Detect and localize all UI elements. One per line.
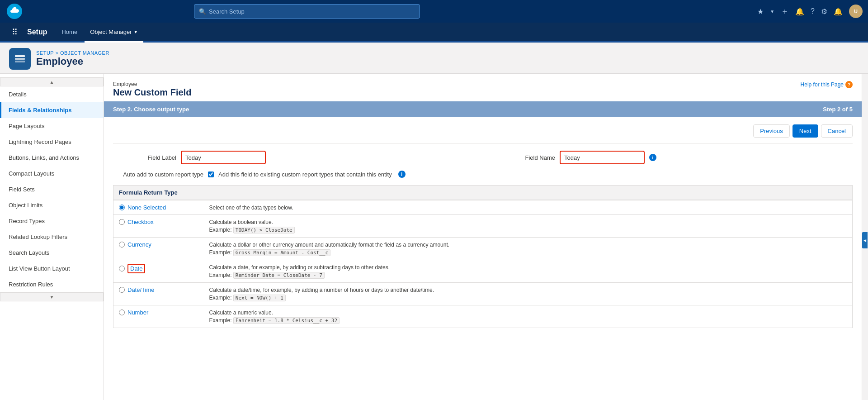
sidebar-item-related-lookup[interactable]: Related Lookup Filters (0, 229, 104, 245)
salesforce-logo[interactable] (5, 2, 24, 20)
collapse-tab[interactable]: ◀ (862, 232, 868, 248)
number-example: Fahrenheit = 1.8 * Celsius__c + 32 (233, 317, 340, 324)
formula-row-currency: Currency Calculate a dollar or other cur… (113, 238, 853, 260)
formula-row-number: Number Calculate a numeric value. Exampl… (113, 305, 853, 328)
dropdown-chevron-icon: ▼ (134, 30, 138, 34)
cancel-button[interactable]: Cancel (821, 124, 853, 138)
step-banner-right: Step 2 of 5 (823, 106, 853, 113)
radio-label-number[interactable]: Number (119, 309, 198, 316)
form-header: Employee New Custom Field Help for this … (104, 74, 862, 101)
field-label-input[interactable] (181, 151, 266, 164)
number-example-label: Example: (209, 317, 233, 324)
field-name-info-icon[interactable]: i (649, 154, 656, 161)
radio-checkbox[interactable] (119, 219, 125, 225)
auto-add-checkbox[interactable] (208, 171, 214, 177)
top-navigation: 🔍 Search Setup ★ ▼ ＋ 🔔 ? ⚙ 🔔 U (0, 0, 868, 23)
sidebar: ▲ Details Fields & Relationships Page La… (0, 74, 104, 400)
step-banner-left: Step 2. Choose output type (113, 106, 189, 113)
bell-icon[interactable]: 🔔 (834, 7, 843, 16)
breadcrumb-object-manager[interactable]: OBJECT MANAGER (60, 50, 109, 56)
sidebar-item-fields[interactable]: Fields & Relationships (0, 102, 104, 118)
object-icon (9, 48, 31, 70)
breadcrumb-setup[interactable]: SETUP (36, 50, 54, 56)
form-object-name: Employee (113, 81, 191, 87)
nav-home[interactable]: Home (56, 23, 83, 43)
action-bar: Previous Next Cancel (113, 124, 853, 143)
datetime-example-label: Example: (209, 295, 233, 301)
secondary-navigation: ⠿ Setup Home Object Manager ▼ (0, 23, 868, 43)
form-area-wrapper: Employee New Custom Field Help for this … (104, 74, 868, 400)
app-launcher-icon[interactable]: ⠿ (7, 25, 22, 39)
checkbox-desc: Calculate a boolean value. (209, 219, 273, 225)
date-example-label: Example: (209, 272, 233, 278)
auto-add-info-icon[interactable]: i (398, 171, 406, 178)
datetime-desc: Calculate a date/time, for example, by a… (209, 287, 434, 293)
favorites-icon[interactable]: ★ (757, 7, 764, 16)
help-circle-icon: ? (845, 81, 853, 88)
auto-add-row: Auto add to custom report type Add this … (113, 171, 853, 178)
content-area: Employee New Custom Field Help for this … (104, 74, 862, 400)
formula-row-date: Date Calculate a date, for example, by a… (113, 260, 853, 283)
field-name-group: Field Name i (492, 151, 853, 164)
field-name-text: Field Name (492, 154, 555, 161)
date-example: Reminder Date = CloseDate - 7 (233, 272, 325, 279)
formula-row-checkbox: Checkbox Calculate a boolean value. Exam… (113, 215, 853, 238)
currency-example: Gross Margin = Amount - Cost__c (233, 249, 330, 256)
radio-none[interactable] (119, 205, 125, 210)
svg-rect-2 (15, 58, 25, 60)
sidebar-item-field-sets[interactable]: Field Sets (0, 181, 104, 197)
sidebar-item-lightning-pages[interactable]: Lightning Record Pages (0, 134, 104, 150)
svg-rect-1 (15, 55, 25, 57)
notifications-icon[interactable]: 🔔 (795, 7, 804, 16)
sidebar-item-search-layouts[interactable]: Search Layouts (0, 245, 104, 261)
sidebar-item-page-layouts[interactable]: Page Layouts (0, 118, 104, 134)
radio-datetime[interactable] (119, 287, 125, 293)
radio-label-none[interactable]: None Selected (119, 204, 198, 211)
none-desc: Select one of the data types below. (209, 205, 293, 211)
breadcrumb-text: SETUP > OBJECT MANAGER Employee (36, 50, 109, 67)
number-desc: Calculate a numeric value. (209, 310, 273, 316)
svg-rect-3 (15, 61, 25, 62)
sidebar-scroll-up[interactable]: ▲ (0, 77, 104, 86)
page-title: Employee (36, 56, 109, 67)
currency-desc: Calculate a dollar or other currency amo… (209, 242, 450, 248)
radio-number[interactable] (119, 310, 125, 315)
radio-currency[interactable] (119, 242, 125, 248)
previous-button[interactable]: Previous (753, 124, 790, 138)
help-icon[interactable]: ? (811, 7, 815, 15)
help-link[interactable]: Help for this Page ? (801, 81, 853, 88)
sidebar-item-record-types[interactable]: Record Types (0, 213, 104, 229)
field-label-text: Field Label (113, 154, 176, 161)
sidebar-item-buttons-links[interactable]: Buttons, Links, and Actions (0, 150, 104, 166)
favorites-dropdown-icon[interactable]: ▼ (770, 9, 774, 14)
checkbox-example: TODAY() > CloseDate (233, 227, 295, 233)
datetime-example: Next = NOW() + 1 (233, 295, 286, 301)
main-layout: ▲ Details Fields & Relationships Page La… (0, 74, 868, 400)
sidebar-item-object-limits[interactable]: Object Limits (0, 197, 104, 213)
radio-label-currency[interactable]: Currency (119, 241, 198, 248)
breadcrumb-path: SETUP > OBJECT MANAGER (36, 50, 109, 56)
field-label-group: Field Label (113, 151, 474, 164)
sidebar-scroll-down[interactable]: ▼ (0, 292, 104, 301)
search-placeholder: Search Setup (209, 8, 245, 15)
auto-add-label: Auto add to custom report type (113, 171, 203, 178)
nav-object-manager[interactable]: Object Manager ▼ (85, 23, 143, 43)
sidebar-item-compact-layouts[interactable]: Compact Layouts (0, 166, 104, 181)
sidebar-item-details[interactable]: Details (0, 86, 104, 102)
radio-date[interactable] (119, 266, 125, 271)
add-icon[interactable]: ＋ (781, 6, 789, 17)
sidebar-item-list-view[interactable]: List View Button Layout (0, 261, 104, 276)
currency-example-label: Example: (209, 249, 233, 256)
sidebar-item-restriction-rules[interactable]: Restriction Rules (0, 276, 104, 292)
search-icon: 🔍 (199, 8, 206, 15)
radio-label-datetime[interactable]: Date/Time (119, 286, 198, 293)
user-avatar[interactable]: U (849, 5, 863, 18)
global-search[interactable]: 🔍 Search Setup (194, 4, 420, 19)
radio-label-date[interactable]: Date (119, 264, 198, 273)
settings-icon[interactable]: ⚙ (821, 7, 827, 16)
date-desc: Calculate a date, for example, by adding… (209, 264, 390, 271)
radio-label-checkbox[interactable]: Checkbox (119, 219, 198, 225)
field-name-input[interactable] (560, 151, 645, 164)
formula-row-datetime: Date/Time Calculate a date/time, for exa… (113, 283, 853, 305)
next-button[interactable]: Next (793, 124, 818, 138)
